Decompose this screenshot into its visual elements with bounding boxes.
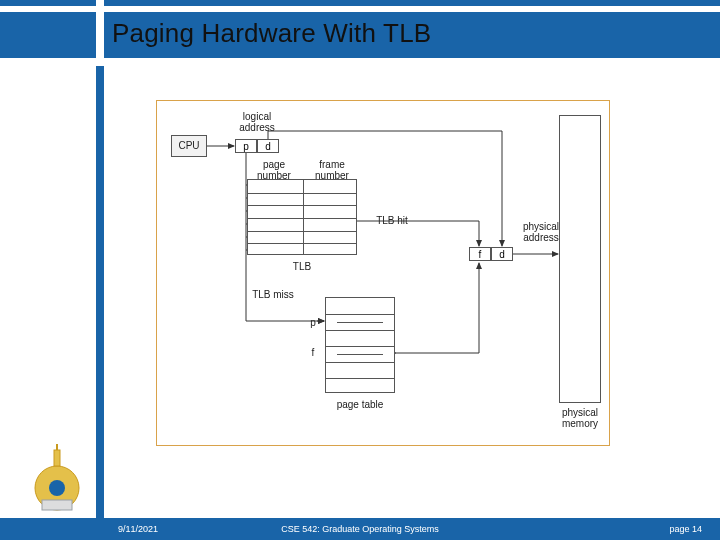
page-table-label: page table [333, 399, 387, 410]
logical-address-p: p [235, 139, 257, 153]
left-accent-bar [96, 58, 104, 540]
svg-rect-1 [42, 500, 72, 510]
physical-address-d: d [491, 247, 513, 261]
tlb-col-page: page number [245, 159, 303, 181]
tlb-miss-label: TLB miss [249, 289, 297, 300]
tlb-diagram: CPU logical address p d page number fram… [157, 101, 609, 445]
page-title: Paging Hardware With TLB [112, 18, 431, 49]
logical-address-label: logical address [235, 111, 279, 133]
tlb-hit-label: TLB hit [371, 215, 413, 226]
footer-course: CSE 542: Graduate Operating Systems [0, 524, 720, 534]
page-table-f: f [305, 347, 321, 358]
physical-address-f: f [469, 247, 491, 261]
svg-point-4 [49, 480, 65, 496]
arrows-layer [157, 101, 611, 447]
tlb-table [247, 179, 357, 255]
physical-memory-label: physical memory [547, 407, 613, 429]
tlb-label: TLB [277, 261, 327, 272]
logical-address-d: d [257, 139, 279, 153]
physical-memory-box [559, 115, 601, 403]
svg-rect-2 [54, 450, 60, 466]
footer-page: page 14 [669, 524, 702, 534]
page-table [325, 297, 395, 393]
page-table-p: p [305, 317, 321, 328]
cpu-label: CPU [175, 140, 203, 151]
dome-logo [28, 444, 86, 516]
slide-header: Paging Hardware With TLB [0, 0, 720, 58]
diagram-frame: CPU logical address p d page number fram… [156, 100, 610, 446]
slide-footer: 9/11/2021 CSE 542: Graduate Operating Sy… [0, 518, 720, 540]
tlb-col-frame: frame number [303, 159, 361, 181]
